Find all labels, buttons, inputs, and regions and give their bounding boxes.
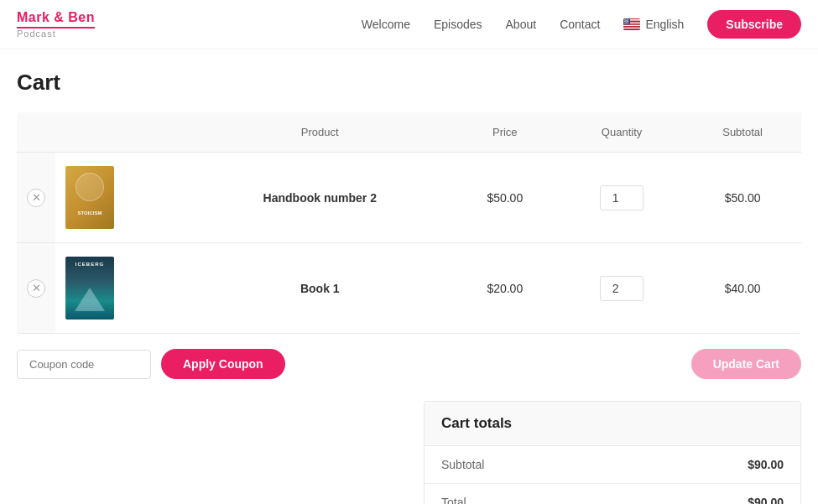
table-row: ✕ ICEBERG Book 1 $20.00 $40.00 [17, 243, 801, 334]
site-header: Mark & Ben Podcast Welcome Episodes Abou… [0, 0, 818, 49]
total-label: Total [441, 496, 748, 504]
quantity-input-1[interactable] [600, 185, 643, 210]
svg-point-19 [627, 21, 628, 22]
qty-cell-1 [560, 153, 684, 243]
table-row: ✕ STOICISM Handbook number 2 $50.00 $50.… [17, 153, 801, 243]
svg-point-18 [626, 21, 627, 22]
svg-point-27 [628, 23, 629, 24]
page-title: Cart [17, 70, 801, 96]
col-image [55, 112, 190, 153]
image-cell-2: ICEBERG [55, 243, 190, 334]
language-label: English [645, 18, 684, 31]
svg-point-10 [624, 19, 625, 20]
logo-subtitle: Podcast [17, 29, 95, 39]
main-nav: Welcome Episodes About Contact [362, 10, 801, 39]
nav-about[interactable]: About [506, 18, 537, 31]
subscribe-button[interactable]: Subscribe [707, 10, 801, 39]
svg-point-12 [627, 19, 628, 20]
product-image-2: ICEBERG [65, 257, 114, 320]
logo[interactable]: Mark & Ben Podcast [17, 10, 95, 39]
nav-welcome[interactable]: Welcome [362, 18, 410, 31]
remove-item-2[interactable]: ✕ [27, 279, 45, 298]
col-remove [17, 112, 55, 153]
col-product: Product [190, 112, 451, 153]
cart-totals-title: Cart totals [425, 402, 800, 446]
svg-point-11 [626, 19, 627, 20]
nav-episodes[interactable]: Episodes [434, 18, 482, 31]
price-cell-2: $20.00 [451, 243, 560, 334]
svg-point-13 [628, 19, 629, 20]
col-subtotal: Subtotal [684, 112, 801, 153]
subtotal-label: Subtotal [441, 458, 748, 471]
svg-rect-7 [623, 28, 640, 29]
subtotal-cell-2: $40.00 [684, 243, 801, 334]
svg-point-22 [626, 22, 627, 23]
apply-coupon-button[interactable]: Apply Coupon [161, 349, 285, 379]
total-value: $90.00 [748, 496, 784, 504]
subtotal-cell-1: $50.00 [684, 153, 801, 243]
remove-item-1[interactable]: ✕ [27, 189, 45, 207]
product-name-1: Handbook number 2 [263, 191, 377, 205]
svg-point-24 [624, 23, 625, 24]
coupon-row: Apply Coupon Update Cart [17, 334, 801, 394]
subtotal-row: Subtotal $90.00 [425, 446, 800, 484]
svg-point-17 [624, 21, 625, 22]
subtotal-value: $90.00 [748, 458, 784, 471]
name-cell-2: Book 1 [190, 243, 451, 334]
logo-text: Mark & Ben [17, 10, 95, 25]
coupon-input[interactable] [17, 350, 151, 379]
product-image-1: STOICISM [65, 166, 114, 229]
col-quantity: Quantity [560, 112, 684, 153]
total-row: Total $90.00 [425, 484, 800, 504]
language-selector[interactable]: English [623, 18, 684, 31]
qty-cell-2 [560, 243, 684, 334]
svg-rect-6 [623, 26, 640, 28]
col-price: Price [451, 112, 560, 153]
nav-contact[interactable]: Contact [560, 18, 600, 31]
flag-icon [623, 18, 640, 30]
remove-cell-2: ✕ [17, 243, 55, 334]
svg-rect-5 [623, 25, 640, 27]
remove-cell-1: ✕ [17, 153, 55, 243]
cart-table: Product Price Quantity Subtotal ✕ STOICI… [17, 112, 801, 334]
cart-totals-section: Cart totals Subtotal $90.00 Total $90.00… [17, 401, 801, 504]
update-cart-button[interactable]: Update Cart [691, 349, 801, 379]
product-name-2: Book 1 [300, 282, 340, 295]
svg-rect-8 [623, 29, 640, 30]
svg-point-25 [626, 23, 627, 24]
cart-totals-box: Cart totals Subtotal $90.00 Total $90.00… [424, 401, 801, 504]
svg-point-16 [628, 20, 628, 21]
svg-point-20 [628, 21, 629, 22]
price-cell-1: $50.00 [451, 153, 560, 243]
svg-point-23 [628, 22, 628, 23]
svg-point-21 [625, 22, 626, 23]
svg-point-14 [625, 20, 626, 21]
image-cell-1: STOICISM [55, 153, 190, 243]
quantity-input-2[interactable] [600, 276, 643, 301]
name-cell-1: Handbook number 2 [190, 153, 451, 243]
svg-point-15 [626, 20, 627, 21]
main-content: Cart Product Price Quantity Subtotal ✕ S [0, 49, 818, 504]
svg-point-26 [627, 23, 628, 24]
